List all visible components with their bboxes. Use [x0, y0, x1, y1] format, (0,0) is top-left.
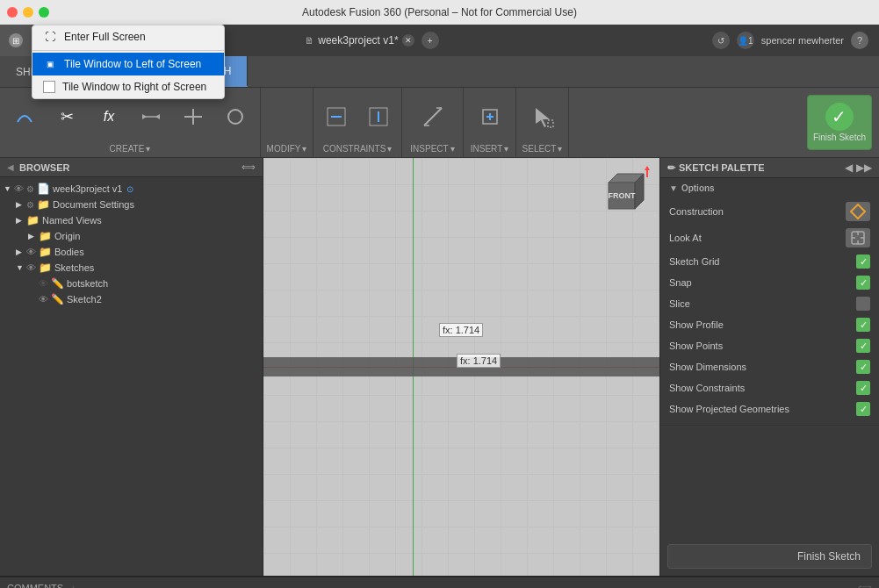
palette-row-show-constraints: Show Constraints ✓ [669, 377, 870, 398]
project-close-button[interactable]: ✕ [402, 34, 414, 47]
snap-checkbox[interactable]: ✓ [856, 276, 870, 290]
close-button[interactable] [7, 7, 18, 18]
help-button[interactable]: ? [851, 32, 868, 49]
user-icon[interactable]: 👤1 [737, 32, 754, 49]
bottom-area: COMMENTS + ⟺ [0, 576, 879, 588]
window-controls[interactable] [7, 7, 49, 18]
browser-header-icons: ⟺ [241, 161, 256, 173]
tree-arrow-root[interactable]: ▼ [4, 184, 14, 193]
measure-tool-button[interactable] [414, 101, 452, 133]
options-arrow-icon[interactable]: ▼ [669, 183, 678, 193]
palette-collapse-icon[interactable]: ◀ [845, 161, 853, 174]
doc-icon-root: 📄 [37, 183, 50, 195]
tree-arrow-named-views[interactable]: ▶ [16, 216, 26, 225]
folder-icon-named-views: 📁 [26, 214, 40, 226]
tree-arrow-sketches[interactable]: ▼ [16, 263, 26, 272]
tree-item-named-views[interactable]: ▶ 📁 Named Views [0, 212, 263, 228]
comments-bar: COMMENTS + ⟺ [0, 577, 879, 588]
fullscreen-icon: ⛶ [43, 31, 57, 43]
tree-item-sketch2[interactable]: ▶ 👁 ✏️ Sketch2 [0, 291, 263, 307]
tree-item-sketches[interactable]: ▼ 👁 📁 Sketches [0, 260, 263, 276]
palette-options-section: ▼ Options Construction Look At [660, 178, 879, 426]
context-menu-fullscreen[interactable]: ⛶ Enter Full Screen [32, 25, 224, 48]
arc-tool-button[interactable] [5, 101, 44, 133]
slice-checkbox[interactable] [856, 297, 870, 311]
look-at-icon-button[interactable] [846, 228, 870, 247]
fullscreen-button[interactable] [39, 7, 49, 18]
palette-expand-icon[interactable]: ▶▶ [856, 161, 872, 174]
browser-expand-icon[interactable]: ⟺ [241, 161, 256, 173]
finish-sketch-button[interactable]: ✓ Finish Sketch [807, 95, 872, 150]
eye-icon-root[interactable]: 👁 [14, 183, 24, 194]
palette-row-slice: Slice [669, 293, 870, 314]
tree-item-origin[interactable]: ▶ 📁 Origin [0, 228, 263, 244]
finish-sketch-palette-button[interactable]: Finish Sketch [667, 544, 872, 569]
formula-tool-button[interactable]: fx [90, 101, 128, 133]
constraint-horizontal-icon [324, 104, 349, 129]
vertical-tool-button[interactable] [174, 101, 213, 133]
show-profile-checkbox[interactable]: ✓ [856, 318, 870, 332]
eye-icon-sketches[interactable]: 👁 [26, 262, 36, 273]
undo-icon[interactable]: ↺ [712, 32, 730, 49]
tree-arrow-bodies[interactable]: ▶ [16, 247, 26, 256]
circle-tool-button[interactable] [216, 101, 255, 133]
app-logo: ⊞ [0, 25, 32, 56]
show-constraints-checkbox[interactable]: ✓ [856, 381, 870, 395]
show-points-checkbox[interactable]: ✓ [856, 339, 870, 353]
insert-label[interactable]: INSERT▾ [471, 142, 509, 154]
settings-icon-doc[interactable]: ⚙ [26, 200, 34, 210]
browser-collapse-icon[interactable]: ◀ [7, 162, 14, 172]
measure-icon [421, 104, 445, 129]
insert-tool-button[interactable] [471, 101, 509, 133]
tree-item-botsketch[interactable]: ▶ 👁 ✏️ botsketch [0, 276, 263, 291]
show-projected-geometries-checkbox[interactable]: ✓ [856, 402, 870, 416]
comments-expand-icon[interactable]: + [70, 583, 76, 589]
comments-resize-icon[interactable]: ⟺ [858, 582, 872, 588]
create-label[interactable]: CREATE ▾ [110, 142, 151, 154]
context-menu: ⛶ Enter Full Screen ▣ Tile Window to Lef… [32, 25, 225, 99]
sketch-grid-checkbox[interactable]: ✓ [856, 255, 870, 269]
ribbon-group-inspect: INSPECT▾ [402, 88, 464, 157]
dimension-icon [139, 104, 163, 129]
dimension-tool-button[interactable] [132, 101, 170, 133]
tree-arrow-origin[interactable]: ▶ [28, 232, 39, 240]
folder-icon-doc-settings: 📁 [37, 198, 50, 211]
constraints-label[interactable]: CONSTRAINTS▾ [323, 142, 393, 154]
constraint-vertical-button[interactable] [359, 101, 398, 133]
eye-icon-botsketch[interactable]: 👁 [39, 278, 48, 289]
select-label[interactable]: SELECT▾ [522, 142, 563, 154]
inspect-label[interactable]: INSPECT▾ [410, 142, 454, 154]
context-menu-tile-left[interactable]: ▣ Tile Window to Left of Screen [32, 53, 224, 75]
ribbon-group-select: SELECT▾ [516, 88, 569, 157]
tree-item-doc-settings[interactable]: ▶ ⚙ 📁 Document Settings [0, 197, 263, 212]
tree-item-bodies[interactable]: ▶ 👁 📁 Bodies [0, 244, 263, 260]
palette-row-show-points: Show Points ✓ [669, 335, 870, 356]
select-cursor-icon [530, 104, 555, 129]
constraint-horizontal-button[interactable] [317, 101, 356, 133]
view-cube[interactable]: FRONT [591, 165, 652, 226]
context-menu-tile-right[interactable]: Tile Window to Right of Screen [32, 75, 224, 98]
svg-marker-3 [142, 114, 147, 119]
tree-item-root[interactable]: ▼ 👁 ⚙ 📄 week3project v1 ⊙ [0, 181, 263, 197]
tree-arrow-doc-settings[interactable]: ▶ [16, 200, 26, 209]
construction-icon-button[interactable] [846, 202, 870, 221]
options-section-title: ▼ Options [669, 183, 870, 193]
folder-icon-bodies: 📁 [39, 246, 52, 258]
settings-icon-root[interactable]: ⚙ [26, 184, 34, 194]
scissors-tool-button[interactable]: ✂ [47, 101, 86, 133]
minimize-button[interactable] [23, 7, 33, 18]
select-tool-button[interactable] [523, 101, 562, 133]
add-tab-button[interactable]: + [421, 32, 439, 49]
tile-right-checkbox[interactable] [43, 81, 55, 93]
svg-marker-4 [155, 114, 160, 119]
modify-label[interactable]: MODIFY▾ [267, 142, 307, 154]
canvas-area[interactable]: fx: 1.714 fx: 1.714 FRONT [263, 158, 659, 576]
finish-sketch-label: Finish Sketch [813, 133, 866, 142]
eye-icon-bodies[interactable]: 👁 [26, 247, 36, 257]
browser-header: ◀ BROWSER ⟺ [0, 158, 263, 177]
folder-icon-sketches: 📁 [39, 262, 52, 274]
project-icon: 🗎 [305, 35, 314, 46]
eye-icon-sketch2[interactable]: 👁 [39, 294, 48, 305]
show-dimensions-checkbox[interactable]: ✓ [856, 360, 870, 374]
svg-marker-26 [851, 204, 865, 219]
